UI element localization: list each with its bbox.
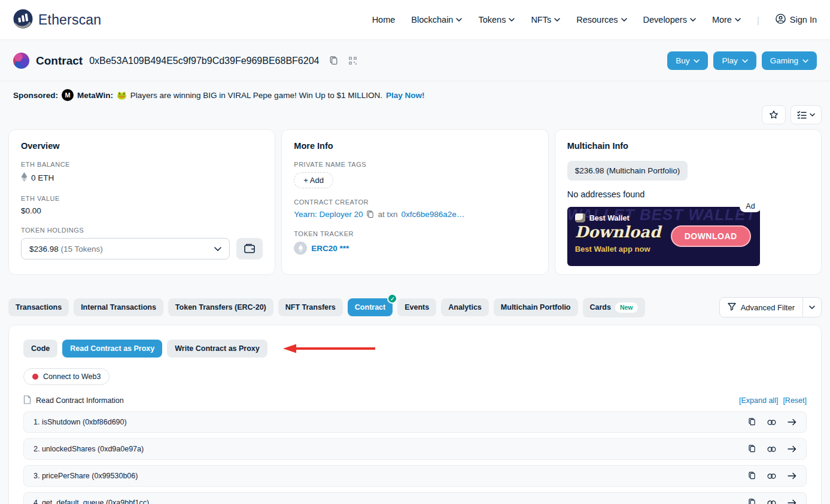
advanced-filter-split-button: Advanced Filter: [719, 297, 822, 317]
chevron-down-icon: [214, 247, 221, 251]
function-row-isShutdown[interactable]: 1. isShutdown (0xbf86d690): [23, 411, 807, 433]
tab-events[interactable]: Events: [397, 298, 436, 316]
etherscan-logo-icon: [13, 9, 33, 31]
nav-item-more[interactable]: More: [712, 15, 741, 25]
subtab-read-contract-as-proxy[interactable]: Read Contract as Proxy: [62, 340, 162, 358]
token-tracker-link[interactable]: ERC20 ***: [311, 244, 349, 253]
buy-button[interactable]: Buy: [667, 51, 708, 70]
permalink-icon[interactable]: [767, 419, 776, 426]
page-tools: [0, 101, 830, 124]
add-name-tag-button[interactable]: + Add: [294, 172, 333, 188]
sign-in-button[interactable]: Sign In: [776, 14, 817, 26]
arrow-right-icon[interactable]: [788, 472, 796, 479]
tab-internal-transactions[interactable]: Internal Transactions: [74, 298, 163, 316]
tab-cards-label: Cards: [590, 303, 611, 311]
tab-bar: Transactions Internal Transactions Token…: [0, 275, 830, 317]
nav-label: NFTs: [531, 15, 551, 25]
token-tracker-label: TOKEN TRACKER: [294, 230, 536, 237]
multichain-title: Multichain Info: [567, 141, 809, 151]
function-row-pricePerShare[interactable]: 3. pricePerShare (0x99530b06): [23, 465, 807, 487]
arrow-right-icon[interactable]: [788, 445, 796, 453]
chevron-down-icon: [742, 59, 748, 63]
contract-creator-row: Yearn: Deployer 20 at txn 0xfc6be986a2e…: [294, 210, 536, 219]
expand-all-link[interactable]: [Expand all]: [739, 396, 778, 405]
tab-cards[interactable]: CardsNew: [583, 298, 645, 317]
arrow-right-icon[interactable]: [788, 499, 796, 504]
connect-to-web3-button[interactable]: Connect to Web3: [23, 368, 110, 385]
etherscan-logo[interactable]: Etherscan: [13, 9, 101, 31]
function-row-actions: [748, 499, 796, 504]
token-logo-icon: [294, 242, 307, 255]
function-label: 4. get_default_queue (0xa9bbf1cc): [34, 499, 149, 504]
copy-icon[interactable]: [748, 418, 756, 426]
function-row-unlockedShares[interactable]: 2. unlockedShares (0xd9a0e97a): [23, 438, 807, 460]
nav-label: More: [712, 15, 732, 25]
gaming-button[interactable]: Gaming: [762, 51, 817, 70]
multichain-info-card: Multichain Info $236.98 (Multichain Port…: [555, 129, 822, 275]
subtab-code[interactable]: Code: [23, 340, 57, 358]
page-title: Contract: [36, 54, 83, 68]
chevron-down-icon: [810, 113, 815, 117]
tab-multichain-portfolio[interactable]: Multichain Portfolio: [494, 298, 578, 316]
multichain-portfolio-badge[interactable]: $236.98 (Multichain Portfolio): [567, 161, 688, 181]
arrow-right-icon[interactable]: [788, 419, 796, 426]
copy-icon[interactable]: [748, 499, 756, 504]
nav-label: Tokens: [478, 15, 506, 25]
chevron-down-icon: [690, 18, 696, 22]
creator-link[interactable]: Yearn: Deployer 20: [294, 210, 363, 219]
eth-balance-label: ETH BALANCE: [21, 161, 263, 168]
play-now-link[interactable]: Play Now!: [386, 91, 425, 100]
nav-item-tokens[interactable]: Tokens: [478, 15, 515, 25]
at-txn-text: at txn: [378, 210, 397, 219]
contract-address: 0xBe53A109B494E5c9f97b9Cd39Fe969BE68BF62…: [89, 56, 319, 66]
tab-token-transfers[interactable]: Token Transfers (ERC-20): [168, 298, 273, 316]
no-addresses-text: No addresses found: [567, 190, 809, 199]
overview-card: Overview ETH BALANCE 0 ETH ETH VALUE $0.…: [8, 129, 275, 275]
verified-check-icon: ✓: [387, 294, 397, 304]
function-row-actions: [748, 445, 796, 453]
ad-brand-name: Best Wallet: [589, 214, 630, 222]
nav-item-blockchain[interactable]: Blockchain: [411, 15, 462, 25]
tab-nft-transfers[interactable]: NFT Transfers: [278, 298, 343, 316]
copy-creator-icon[interactable]: [366, 210, 374, 219]
summary-cards: Overview ETH BALANCE 0 ETH ETH VALUE $0.…: [0, 124, 830, 275]
copy-icon[interactable]: [748, 472, 756, 480]
chevron-down-icon: [802, 59, 808, 63]
copy-address-icon[interactable]: [329, 56, 338, 66]
tab-transactions[interactable]: Transactions: [8, 298, 69, 316]
permalink-icon[interactable]: [767, 500, 776, 504]
reset-link[interactable]: [Reset]: [783, 396, 807, 405]
nav-item-developers[interactable]: Developers: [643, 15, 696, 25]
nav-item-nfts[interactable]: NFTs: [531, 15, 560, 25]
nav-item-home[interactable]: Home: [372, 15, 396, 25]
permalink-icon[interactable]: [767, 446, 776, 453]
gaming-label: Gaming: [770, 56, 798, 65]
token-holdings-dropdown[interactable]: $236.98 (15 Tokens): [21, 238, 230, 259]
contract-subtabs: Code Read Contract as Proxy Write Contra…: [23, 340, 807, 358]
sponsored-banner: Sponsored: M MetaWin: 🐸 Players are winn…: [0, 81, 830, 101]
view-options-button[interactable]: [791, 105, 822, 124]
token-holdings-text: $236.98 (15 Tokens): [29, 245, 103, 253]
best-wallet-ad[interactable]: WALLET BEST WALLET BEST WALLET BEST WALL…: [567, 207, 760, 266]
tab-contract[interactable]: Contract✓: [348, 298, 393, 316]
favorite-star-button[interactable]: [762, 105, 786, 124]
tab-analytics[interactable]: Analytics: [441, 298, 489, 316]
token-tracker-row: ERC20 ***: [294, 242, 536, 255]
ad-download-button[interactable]: DOWNLOAD: [671, 225, 751, 247]
copy-icon[interactable]: [748, 445, 756, 453]
qr-code-icon[interactable]: [348, 56, 357, 65]
eth-value: $0.00: [21, 206, 263, 215]
advanced-filter-dropdown[interactable]: [802, 298, 821, 317]
creation-txn-link[interactable]: 0xfc6be986a2e…: [401, 210, 464, 219]
permalink-icon[interactable]: [767, 473, 776, 479]
subtab-write-contract-as-proxy[interactable]: Write Contract as Proxy: [167, 340, 267, 358]
wallet-button[interactable]: [236, 238, 263, 259]
function-row-get_default_queue[interactable]: 4. get_default_queue (0xa9bbf1cc): [23, 492, 807, 504]
play-button[interactable]: Play: [713, 51, 756, 70]
nav-item-resources[interactable]: Resources: [576, 15, 627, 25]
more-info-title: More Info: [294, 141, 536, 151]
document-icon: [23, 395, 31, 406]
nav-label: Developers: [643, 15, 687, 25]
private-name-tags-label: PRIVATE NAME TAGS: [294, 161, 536, 168]
advanced-filter-button[interactable]: Advanced Filter: [720, 298, 802, 317]
